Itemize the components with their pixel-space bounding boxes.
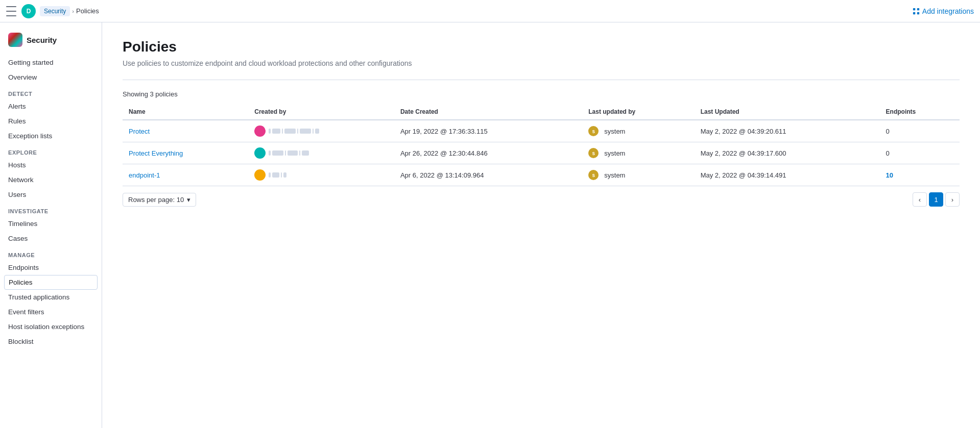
date-created-cell: Apr 26, 2022 @ 12:30:44.846 bbox=[394, 142, 582, 164]
sidebar-section-explore: Explore bbox=[0, 143, 102, 158]
col-header-last-updated: Last Updated bbox=[695, 104, 880, 120]
sidebar-item-alerts[interactable]: Alerts bbox=[0, 99, 102, 114]
breadcrumb-policies: Policies bbox=[76, 7, 99, 15]
sidebar-item-getting-started[interactable]: Getting started bbox=[0, 55, 102, 70]
pagination-row: Rows per page: 10 ▾ ‹ 1 › bbox=[123, 186, 960, 209]
creator-avatar bbox=[254, 147, 266, 159]
creator-name-blurred bbox=[269, 172, 286, 178]
svg-rect-2 bbox=[913, 12, 915, 14]
table-row: ProtectApr 19, 2022 @ 17:36:33.115ssyste… bbox=[123, 120, 960, 142]
creator-name-blurred bbox=[269, 150, 309, 156]
pagination-controls: ‹ 1 › bbox=[913, 192, 960, 207]
date-created-cell: Apr 19, 2022 @ 17:36:33.115 bbox=[394, 120, 582, 142]
chevron-down-icon: ▾ bbox=[187, 196, 190, 204]
sidebar-item-exception-lists[interactable]: Exception lists bbox=[0, 129, 102, 143]
policies-table: Name Created by Date Created Last update… bbox=[123, 104, 960, 186]
col-header-created-by: Created by bbox=[248, 104, 394, 120]
rows-per-page-selector[interactable]: Rows per page: 10 ▾ bbox=[123, 193, 196, 207]
grid-icon bbox=[913, 8, 920, 15]
security-logo-icon bbox=[8, 33, 22, 47]
sidebar-item-policies[interactable]: Policies bbox=[4, 275, 98, 290]
sidebar-app-title: Security bbox=[27, 36, 57, 44]
last-updater-name: system bbox=[604, 149, 625, 157]
hamburger-menu[interactable] bbox=[6, 6, 16, 16]
sidebar-item-network[interactable]: Network bbox=[0, 172, 102, 187]
sidebar-item-users[interactable]: Users bbox=[0, 187, 102, 202]
policy-name-link[interactable]: Protect Everything bbox=[129, 149, 183, 157]
prev-page-button[interactable]: ‹ bbox=[913, 192, 927, 207]
sidebar-section-investigate: Investigate bbox=[0, 202, 102, 216]
sidebar-item-host-isolation-exceptions[interactable]: Host isolation exceptions bbox=[0, 319, 102, 334]
svg-rect-0 bbox=[913, 8, 915, 10]
endpoints-count-link[interactable]: 10 bbox=[886, 171, 893, 179]
col-header-last-updated-by: Last updated by bbox=[582, 104, 694, 120]
rows-per-page-label: Rows per page: 10 bbox=[128, 196, 184, 204]
last-updater-avatar: s bbox=[588, 148, 599, 158]
creator-avatar bbox=[254, 169, 266, 181]
policy-name-link[interactable]: endpoint-1 bbox=[129, 171, 160, 179]
last-updater-avatar: s bbox=[588, 126, 599, 136]
user-avatar: D bbox=[21, 4, 36, 18]
last-updater-name: system bbox=[604, 171, 625, 179]
policy-name-link[interactable]: Protect bbox=[129, 128, 150, 135]
sidebar-item-cases[interactable]: Cases bbox=[0, 231, 102, 246]
page-title: Policies bbox=[123, 39, 960, 55]
last-updated-cell: May 2, 2022 @ 04:39:14.491 bbox=[695, 164, 880, 186]
sidebar-item-timelines[interactable]: Timelines bbox=[0, 216, 102, 231]
date-created-cell: Apr 6, 2022 @ 13:14:09.964 bbox=[394, 164, 582, 186]
sidebar-item-hosts[interactable]: Hosts bbox=[0, 158, 102, 172]
creator-avatar bbox=[254, 125, 266, 137]
breadcrumb-arrow: › bbox=[72, 8, 74, 14]
last-updated-cell: May 2, 2022 @ 04:39:20.611 bbox=[695, 120, 880, 142]
breadcrumb-security[interactable]: Security bbox=[40, 6, 70, 16]
sidebar-item-event-filters[interactable]: Event filters bbox=[0, 305, 102, 319]
sidebar-section-manage: Manage bbox=[0, 246, 102, 260]
last-updated-cell: May 2, 2022 @ 04:39:17.600 bbox=[695, 142, 880, 164]
sidebar: Security Getting started Overview Detect… bbox=[0, 22, 102, 428]
sidebar-item-endpoints[interactable]: Endpoints bbox=[0, 260, 102, 275]
page-1-button[interactable]: 1 bbox=[929, 192, 943, 207]
sidebar-item-blocklist[interactable]: Blocklist bbox=[0, 334, 102, 349]
col-header-date-created: Date Created bbox=[394, 104, 582, 120]
svg-rect-3 bbox=[917, 12, 919, 14]
svg-rect-1 bbox=[917, 8, 919, 10]
creator-name-blurred bbox=[269, 129, 319, 134]
last-updater-name: system bbox=[604, 128, 625, 135]
col-header-endpoints: Endpoints bbox=[880, 104, 960, 120]
col-header-name: Name bbox=[123, 104, 248, 120]
sidebar-item-trusted-applications[interactable]: Trusted applications bbox=[0, 290, 102, 305]
page-subtitle: Use policies to customize endpoint and c… bbox=[123, 59, 960, 67]
endpoints-cell: 10 bbox=[880, 164, 960, 186]
app-layout: Security Getting started Overview Detect… bbox=[0, 22, 980, 428]
add-integrations-link[interactable]: Add integrations bbox=[913, 7, 974, 15]
sidebar-logo: Security bbox=[0, 31, 102, 55]
table-row: Protect EverythingApr 26, 2022 @ 12:30:4… bbox=[123, 142, 960, 164]
showing-count: Showing 3 policies bbox=[123, 90, 960, 98]
sidebar-section-detect: Detect bbox=[0, 85, 102, 99]
sidebar-item-rules[interactable]: Rules bbox=[0, 114, 102, 129]
breadcrumb: Security › Policies bbox=[40, 6, 99, 16]
table-row: endpoint-1Apr 6, 2022 @ 13:14:09.964ssys… bbox=[123, 164, 960, 186]
sidebar-item-overview[interactable]: Overview bbox=[0, 70, 102, 85]
top-nav: D Security › Policies Add integrations bbox=[0, 0, 980, 22]
endpoints-cell: 0 bbox=[880, 120, 960, 142]
last-updater-avatar: s bbox=[588, 170, 599, 180]
main-content: Policies Use policies to customize endpo… bbox=[102, 22, 980, 428]
table-header-row: Name Created by Date Created Last update… bbox=[123, 104, 960, 120]
next-page-button[interactable]: › bbox=[945, 192, 960, 207]
section-divider bbox=[123, 80, 960, 80]
endpoints-cell: 0 bbox=[880, 142, 960, 164]
